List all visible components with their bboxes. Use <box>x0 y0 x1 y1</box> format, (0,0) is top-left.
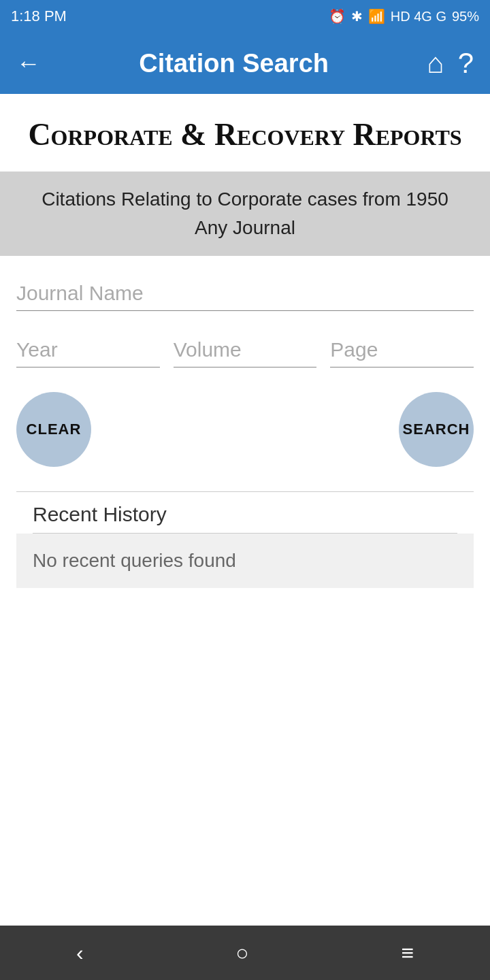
subtitle-line2: Any Journal <box>195 217 295 238</box>
alarm-icon: ⏰ <box>329 8 346 24</box>
buttons-row: CLEAR SEARCH <box>16 392 474 467</box>
clear-button[interactable]: CLEAR <box>16 392 91 467</box>
wifi-icon: 📶 <box>368 8 385 24</box>
home-button[interactable]: ⌂ <box>427 49 444 78</box>
nav-icons: ⌂ ? <box>427 49 474 78</box>
subtitle-band: Citations Relating to Corporate cases fr… <box>0 172 490 256</box>
publication-title: Corporate & Recovery Reports <box>14 114 476 155</box>
nav-title: Citation Search <box>41 49 427 78</box>
journal-name-input[interactable] <box>16 276 474 311</box>
subtitle-text: Citations Relating to Corporate cases fr… <box>16 185 474 242</box>
recent-history-label: Recent History <box>33 503 457 526</box>
bottom-home-button[interactable]: ○ <box>235 941 248 966</box>
year-input[interactable] <box>16 333 160 368</box>
help-button[interactable]: ? <box>458 49 474 78</box>
page-input[interactable] <box>330 333 474 368</box>
recent-history-section: Recent History <box>16 491 474 534</box>
status-time: 1:18 PM <box>11 7 67 25</box>
signal-text: HD 4G G <box>391 9 446 24</box>
volume-input[interactable] <box>174 333 317 368</box>
subtitle-line1: Citations Relating to Corporate cases fr… <box>42 189 448 210</box>
bottom-menu-button[interactable]: ≡ <box>401 941 414 966</box>
battery-level: 95% <box>452 9 479 24</box>
title-section: Corporate & Recovery Reports <box>0 94 490 172</box>
search-button[interactable]: SEARCH <box>399 392 474 467</box>
bluetooth-icon: ✱ <box>351 8 363 24</box>
form-section: CLEAR SEARCH Recent History No recent qu… <box>0 256 490 926</box>
bottom-back-button[interactable]: ‹ <box>76 941 84 966</box>
back-button[interactable]: ← <box>16 51 41 76</box>
status-icons: ⏰ ✱ 📶 HD 4G G 95% <box>329 8 479 24</box>
no-history-message: No recent queries found <box>16 534 474 588</box>
nav-bar: ← Citation Search ⌂ ? <box>0 33 490 94</box>
status-bar: 1:18 PM ⏰ ✱ 📶 HD 4G G 95% <box>0 0 490 33</box>
time-display: 1:18 PM <box>11 7 67 25</box>
year-volume-page-row <box>16 333 474 368</box>
bottom-nav: ‹ ○ ≡ <box>0 926 490 980</box>
